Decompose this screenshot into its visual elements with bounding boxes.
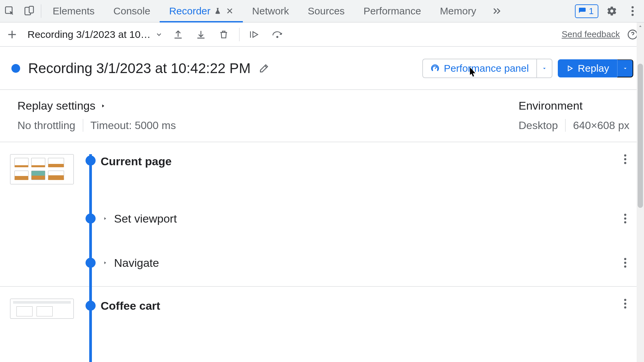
replay-settings-heading: Replay settings (17, 99, 95, 112)
flask-icon (214, 7, 221, 15)
svg-point-6 (276, 36, 278, 38)
replay-button[interactable]: Replay (558, 59, 617, 77)
performance-panel-group: Performance panel (422, 59, 552, 78)
svg-point-4 (632, 10, 634, 12)
step-menu-icon[interactable] (618, 154, 633, 164)
tabstrip-left-icons (0, 0, 43, 22)
performance-panel-caret[interactable] (536, 59, 552, 78)
divider (565, 119, 566, 132)
svg-point-12 (624, 218, 627, 220)
svg-point-9 (624, 158, 627, 161)
svg-point-18 (624, 303, 627, 305)
svg-point-3 (632, 6, 634, 9)
scrollbar-up-icon[interactable] (638, 23, 643, 29)
divider (239, 28, 239, 41)
timeline (80, 299, 101, 311)
devtools-tabstrip: Elements Console Recorder ✕ Network Sour… (0, 0, 644, 22)
step-title[interactable]: Current page (101, 154, 618, 168)
replay-label: Replay (578, 63, 609, 74)
device-toggle-icon[interactable] (19, 0, 39, 22)
tab-recorder[interactable]: Recorder ✕ (160, 0, 243, 22)
settings-row: Replay settings No throttling Timeout: 5… (0, 90, 644, 142)
environment-values: Desktop 640×608 px (519, 119, 633, 132)
replay-settings-section: Replay settings No throttling Timeout: 5… (17, 99, 519, 132)
step-group-header: Coffee cart (0, 287, 644, 334)
divider (83, 119, 83, 132)
recording-title: Recording 3/1/2023 at 10:42:22 PM (28, 60, 251, 76)
timeline (80, 154, 101, 166)
timeline (80, 214, 101, 224)
throttling-value: No throttling (17, 119, 75, 132)
step-menu-icon[interactable] (618, 299, 633, 309)
steps-list: Current page Set viewport Navigate (0, 142, 644, 334)
tab-console[interactable]: Console (104, 0, 160, 22)
chevron-down-icon (155, 31, 163, 38)
inspect-element-icon[interactable] (0, 0, 19, 22)
step-menu-icon[interactable] (618, 258, 633, 268)
svg-point-5 (632, 14, 634, 16)
edit-title-icon[interactable] (259, 63, 269, 74)
scrollbar-thumb[interactable] (638, 64, 643, 208)
svg-rect-2 (29, 6, 34, 13)
devtools-menu-icon[interactable] (625, 4, 640, 18)
viewport-value: 640×608 px (573, 119, 629, 132)
step-thumbnail (10, 154, 80, 184)
performance-panel-label: Performance panel (444, 63, 529, 74)
step-item[interactable]: Navigate (101, 256, 618, 270)
tab-performance[interactable]: Performance (354, 0, 431, 22)
step-replay-icon[interactable] (248, 29, 262, 40)
step-thumbnail (10, 299, 80, 319)
toolbar-right: Send feedback (562, 29, 638, 40)
svg-point-15 (624, 262, 627, 264)
timeline (80, 258, 101, 268)
chevron-right-icon (101, 215, 109, 222)
recording-selector[interactable]: Recording 3/1/2023 at 10… (28, 29, 163, 40)
replay-caret[interactable] (617, 59, 633, 77)
step-menu-icon[interactable] (618, 214, 633, 224)
svg-point-13 (624, 221, 627, 224)
svg-point-10 (624, 162, 627, 164)
settings-icon[interactable] (604, 4, 619, 18)
issues-count: 1 (589, 6, 594, 16)
play-icon (566, 64, 574, 72)
performance-panel-button[interactable]: Performance panel (422, 59, 536, 78)
step-label: Set viewport (114, 212, 177, 225)
step-label: Navigate (114, 256, 159, 269)
delete-icon[interactable] (216, 29, 231, 40)
chevron-right-icon (100, 102, 106, 110)
recorder-toolbar: Recording 3/1/2023 at 10… Send feedback (0, 22, 644, 47)
gauge-icon (430, 64, 440, 73)
timeout-value: Timeout: 5000 ms (91, 119, 176, 132)
step-item[interactable]: Set viewport (101, 212, 618, 226)
replay-group: Replay (558, 59, 633, 77)
step-title[interactable]: Coffee cart (101, 299, 618, 313)
svg-point-16 (624, 265, 627, 268)
step-row: Set viewport (0, 198, 644, 239)
replay-settings-values: No throttling Timeout: 5000 ms (17, 119, 519, 132)
new-recording-button[interactable] (5, 29, 19, 40)
import-icon[interactable] (171, 29, 185, 40)
export-icon[interactable] (194, 29, 208, 40)
svg-point-8 (624, 155, 627, 157)
tab-sources[interactable]: Sources (299, 0, 354, 22)
tab-elements[interactable]: Elements (43, 0, 104, 22)
svg-point-17 (624, 299, 627, 301)
environment-heading: Environment (519, 99, 633, 112)
chevron-right-icon (101, 259, 109, 266)
replay-settings-toggle[interactable]: Replay settings (17, 99, 519, 112)
device-value: Desktop (519, 119, 558, 132)
divider (41, 4, 41, 18)
title-actions: Performance panel Replay (422, 59, 633, 78)
step-row: Navigate (0, 239, 644, 286)
recording-status-dot (11, 64, 20, 73)
svg-point-11 (624, 214, 627, 216)
step-over-icon[interactable] (270, 29, 285, 40)
send-feedback-link[interactable]: Send feedback (562, 29, 620, 40)
tab-memory[interactable]: Memory (430, 0, 485, 22)
svg-point-14 (624, 258, 627, 260)
tab-network[interactable]: Network (243, 0, 299, 22)
issues-badge[interactable]: 1 (575, 4, 598, 18)
close-icon[interactable]: ✕ (226, 6, 233, 16)
step-group-header: Current page (0, 154, 644, 198)
more-tabs-icon[interactable] (486, 0, 508, 22)
